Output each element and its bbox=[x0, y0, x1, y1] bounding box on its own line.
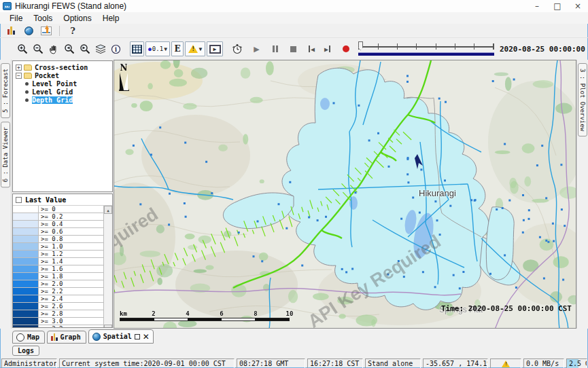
legend-row[interactable]: >= 2.8 bbox=[13, 310, 103, 318]
left-tab-strip: 5 : Forecast 6 : Data Viewer bbox=[0, 60, 12, 329]
tab-plot-overview[interactable]: 3 : Plot Overview bbox=[578, 63, 587, 136]
info-button[interactable]: i bbox=[109, 41, 123, 56]
layers-button[interactable] bbox=[93, 41, 107, 56]
stopwatch-icon bbox=[232, 43, 243, 55]
tree-item-pocket[interactable]: − Pocket bbox=[16, 71, 112, 79]
legend-label: >= 1.8 bbox=[39, 273, 63, 280]
zoom-previous-button[interactable] bbox=[62, 41, 76, 56]
logs-button[interactable]: Logs bbox=[12, 346, 39, 356]
timer-settings-button[interactable] bbox=[230, 41, 244, 56]
thresholds-dropdown[interactable]: ▼ bbox=[185, 41, 205, 56]
map-time-label: Time: 2020-08-25 00:00:00 CST bbox=[441, 304, 572, 313]
legend-label: >= 2.0 bbox=[39, 280, 63, 287]
legend-row[interactable]: >= 1.6 bbox=[13, 265, 103, 273]
legend-row[interactable]: >= 1.2 bbox=[13, 251, 103, 258]
scroll-down-icon[interactable]: ▼ bbox=[104, 325, 112, 328]
skip-last-button[interactable]: ▶ bbox=[320, 41, 334, 56]
contour-interval-dropdown[interactable]: ● 0.1 ▼ bbox=[145, 41, 170, 56]
logs-row: Logs bbox=[0, 344, 588, 358]
animation-button[interactable]: ▶ bbox=[207, 41, 223, 56]
status-memory[interactable]: 2.5 GB bbox=[566, 358, 587, 368]
north-arrow-icon bbox=[120, 73, 128, 90]
tree-item-cross-section[interactable]: + Cross-section bbox=[16, 63, 112, 71]
expand-icon[interactable]: + bbox=[16, 65, 22, 71]
legend-row[interactable]: >= 0.2 bbox=[13, 213, 103, 221]
status-warning[interactable] bbox=[490, 358, 521, 368]
status-local-time: 16:27:18 CST bbox=[307, 358, 363, 368]
zoom-out-button[interactable] bbox=[31, 41, 45, 56]
legend-row[interactable]: >= 2.6 bbox=[13, 303, 103, 310]
town-label: Hikurangi bbox=[419, 188, 456, 198]
legend-row[interactable]: >= 1.8 bbox=[13, 273, 103, 280]
legend-row[interactable]: >= 3.2 bbox=[13, 325, 103, 328]
tree-item-depth-grid[interactable]: Depth Grid bbox=[24, 96, 112, 104]
legend-row[interactable]: >= 0.8 bbox=[13, 236, 103, 243]
tab-graph[interactable]: Graph bbox=[47, 331, 86, 344]
time-slider[interactable] bbox=[358, 41, 494, 57]
legend-row[interactable]: >= 0.6 bbox=[13, 228, 103, 236]
legend-button[interactable]: E bbox=[171, 41, 184, 56]
legend-label: >= 1.0 bbox=[39, 243, 63, 250]
maximize-button[interactable]: □ bbox=[547, 1, 568, 12]
legend-row[interactable]: >= 2.4 bbox=[13, 295, 103, 303]
tab-spatial[interactable]: Spatial ✕ bbox=[88, 329, 154, 344]
scale-segments bbox=[120, 318, 290, 321]
results-viewer-button[interactable] bbox=[4, 24, 18, 37]
legend-row[interactable]: >= 0 bbox=[13, 206, 103, 213]
tree-item-level-point[interactable]: Level Point bbox=[24, 79, 112, 88]
collapse-icon[interactable]: − bbox=[16, 73, 22, 79]
bar-chart-icon bbox=[51, 333, 58, 341]
skip-first-button[interactable]: ◀ bbox=[305, 41, 319, 56]
status-user: Administrator bbox=[1, 358, 57, 368]
play-button[interactable]: ▶ bbox=[249, 41, 264, 56]
zoom-next-button[interactable] bbox=[77, 41, 92, 56]
help-icon: ? bbox=[70, 26, 75, 36]
warning-icon bbox=[502, 361, 510, 367]
scale-unit: km bbox=[120, 310, 127, 317]
help-button[interactable]: ? bbox=[66, 24, 80, 37]
legend-scrollbar[interactable]: ▲ ▼ bbox=[103, 206, 112, 328]
scroll-up-icon[interactable]: ▲ bbox=[104, 206, 112, 214]
map-display-button[interactable] bbox=[22, 24, 35, 37]
zoom-in-button[interactable] bbox=[15, 41, 29, 56]
minimize-button[interactable]: – bbox=[527, 1, 547, 12]
menu-item[interactable]: Tools bbox=[28, 14, 58, 23]
scale-tick-label: 2 bbox=[152, 310, 155, 317]
pan-button[interactable] bbox=[46, 41, 60, 56]
legend-row[interactable]: >= 1.0 bbox=[13, 243, 103, 251]
legend-swatch bbox=[13, 243, 39, 250]
menu-item[interactable]: Help bbox=[97, 14, 125, 23]
time-availability-bar bbox=[358, 52, 494, 56]
time-slider-track[interactable] bbox=[358, 43, 494, 50]
title-bar[interactable]: Hikurangi FEWS (Stand alone) – □ × bbox=[0, 0, 588, 12]
legend-row[interactable]: >= 2.0 bbox=[13, 280, 103, 288]
map-view[interactable]: N API Key Required API Key Required Hiku… bbox=[114, 60, 576, 329]
profile-display-button[interactable] bbox=[39, 24, 53, 37]
close-tab-icon[interactable]: ✕ bbox=[143, 332, 150, 342]
tree-item-level-grid[interactable]: Level Grid bbox=[24, 88, 112, 96]
scale-numbers: 246810 bbox=[120, 310, 290, 318]
legend-row[interactable]: >= 2.2 bbox=[13, 288, 103, 295]
left-panel: + Cross-section − Pocket Level Point Lev… bbox=[12, 60, 114, 329]
last-value-checkbox[interactable] bbox=[16, 197, 22, 203]
menu-item[interactable]: Options bbox=[58, 14, 97, 23]
menu-item[interactable]: File bbox=[4, 14, 28, 23]
legend-row[interactable]: >= 3.0 bbox=[13, 318, 103, 325]
grid-display-button[interactable] bbox=[130, 41, 144, 56]
legend-label: >= 2.6 bbox=[39, 303, 63, 310]
legend-label: >= 0 bbox=[39, 206, 56, 213]
legend-label: >= 2.8 bbox=[39, 310, 63, 317]
tab-data-viewer[interactable]: 6 : Data Viewer bbox=[1, 122, 10, 187]
globe-icon bbox=[92, 333, 101, 341]
legend-swatch bbox=[13, 273, 39, 280]
tab-forecast[interactable]: 5 : Forecast bbox=[1, 63, 10, 118]
legend-row[interactable]: >= 0.4 bbox=[13, 221, 103, 228]
profile-chart-icon bbox=[41, 26, 52, 35]
close-button[interactable]: × bbox=[568, 1, 588, 12]
legend-row[interactable]: >= 1.4 bbox=[13, 258, 103, 265]
maximize-tab-icon[interactable] bbox=[135, 334, 140, 339]
stop-button[interactable] bbox=[286, 41, 300, 56]
tab-map[interactable]: Map bbox=[12, 331, 45, 344]
pause-button[interactable] bbox=[268, 41, 282, 56]
record-button[interactable] bbox=[339, 41, 353, 56]
